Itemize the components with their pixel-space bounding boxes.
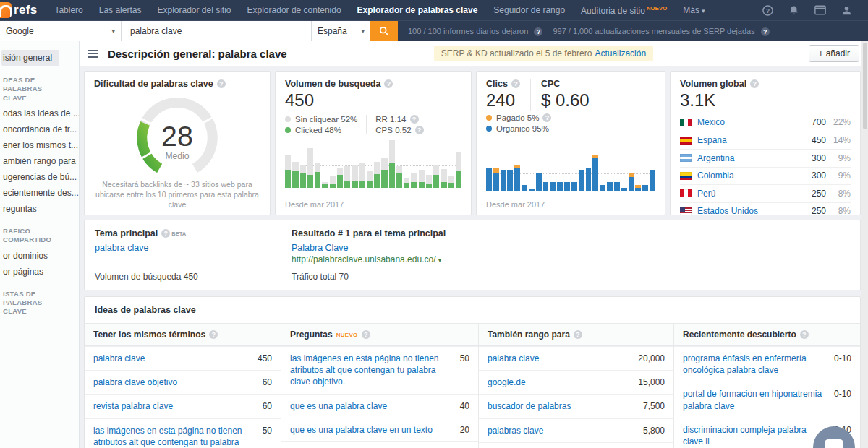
country-link[interactable]: España [697,135,796,145]
keyword-row: que es una palabra clave en un texto20 [281,418,478,441]
sidebar-item-odas-las-ideas-de-[interactable]: odas las ideas de ... [1,105,76,121]
nav-item-explorador-de-contenido[interactable]: Explorador de contenido [247,5,341,15]
keyword-link[interactable]: buscador de palabras [488,400,643,412]
ahrefs-logo[interactable]: refs [0,2,37,18]
sidebar-section-header: ISTAS DE PALABRAS CLAVE [1,290,68,316]
keyword-link[interactable]: discriminacion compleja palabra clave ii [683,424,834,447]
nav-item-las-alertas[interactable]: Las alertas [99,5,142,15]
keyword-search-input[interactable] [122,21,311,41]
keyword-link[interactable]: google.de [488,376,638,388]
sidebar-item-ener-los-mismos-t-[interactable]: ener los mismos t... [1,137,76,153]
user-icon[interactable] [841,5,852,16]
sidebar-item-ecientemente-des-[interactable]: ecientemente des... [1,185,76,201]
keyword-link[interactable]: palabra clave [488,353,638,364]
bell-icon[interactable] [788,5,799,16]
info-icon[interactable]: ? [800,330,809,339]
chart-bar [507,139,513,191]
keyword-link[interactable]: portal de formacion en hiponatremia pala… [683,388,834,411]
ahrefs-logo-icon [0,2,12,18]
menu-toggle-icon[interactable] [88,50,98,58]
country-link[interactable]: Perú [697,189,796,199]
monthly-serp-counter: 997 / 1,000 actualizaciones mensuales de… [553,27,769,36]
nav-item-explorador-del-sitio[interactable]: Explorador del sitio [157,5,231,15]
country-list: Mexico70022%España45014%Argentina3009%Co… [680,113,851,220]
country-link[interactable]: Mexico [697,117,796,127]
keyword-row: que es una palabra clave40 [281,394,478,418]
info-icon[interactable]: ? [750,79,759,88]
browser-icon[interactable] [814,5,826,15]
chart-bar [557,139,563,191]
info-icon[interactable]: ? [209,330,218,339]
search-volume-value: 450 [285,90,461,111]
keyword-link[interactable]: palabra clave [93,353,258,364]
sidebar-item-or-dominios[interactable]: or dominios [1,248,76,264]
info-icon[interactable]: ? [362,330,370,339]
info-icon[interactable]: ? [511,79,520,88]
top-result-url[interactable]: http://palabraclave.unisabana.edu.co/ ▾ [292,254,446,264]
info-icon[interactable]: ? [410,115,419,124]
nav-item-m-s[interactable]: Más▾ [683,5,705,15]
search-button[interactable] [370,21,398,41]
nav-item-explorador-de-palabras-clave[interactable]: Explorador de palabras clave [357,5,478,15]
sidebar-item-oncordancia-de-fr-[interactable]: oncordancia de fr... [1,121,76,137]
keyword-link[interactable]: que es una palabra clave en un texto [290,424,460,436]
chart-bar [352,140,357,188]
top-result-link[interactable]: Palabra Clave [292,243,446,253]
help-icon[interactable]: ? [762,5,773,16]
ar-flag-icon [680,154,692,162]
clicks-chart [486,139,655,191]
country-link[interactable]: Colombia [697,171,796,181]
update-link[interactable]: Actualización [595,48,646,59]
chart-bar [359,140,365,188]
keyword-volume: 450 [258,353,272,364]
page-scrollbar[interactable] [861,41,868,448]
chart-bar [536,139,542,191]
info-icon[interactable]: ? [542,113,551,122]
info-icon[interactable]: ? [574,330,582,339]
parent-keyword-link[interactable]: palabra clave [95,243,271,253]
chart-bar [374,140,380,188]
keyword-link[interactable]: revista palabra clave [93,400,263,412]
chart-bar [285,140,291,188]
keyword-link[interactable]: programa énfasis en enfermería oncológic… [683,353,834,376]
info-icon[interactable]: ? [217,79,226,88]
keyword-link[interactable]: palabras clave [488,425,643,436]
keyword-link[interactable]: palabra clave objetivo [93,376,263,388]
clicked-dot-icon [285,127,291,133]
keyword-link[interactable]: las imágenes en esta página no tienen at… [93,425,263,448]
add-button[interactable]: + añadir [809,45,859,62]
sidebar-item-ambi-n-rango-para[interactable]: ambién rango para [1,153,76,169]
country-volume: 250 [796,189,826,199]
country-volume: 700 [796,117,826,127]
keyword-volume: 60 [263,400,272,412]
info-icon[interactable]: ? [384,79,393,88]
keyword-row: qué es una palabra clave20 [281,441,478,448]
country-select[interactable]: España ▾ [311,21,370,41]
nav-item-seguidor-de-rango[interactable]: Seguidor de rango [493,5,565,15]
chart-since-label: Desde mar 2017 [285,200,344,209]
info-icon[interactable]: ? [161,229,170,238]
keyword-link[interactable]: las imágenes en esta página no tienen at… [290,353,460,388]
chevron-down-icon: ▾ [438,257,442,264]
country-link[interactable]: Estados Unidos [697,206,796,216]
sidebar-item-ugerencias-de-b-[interactable]: ugerencias de bú... [1,169,76,185]
chart-bar [344,140,350,188]
country-percent: 8% [826,206,851,216]
scrollbar-thumb[interactable] [863,43,867,129]
keyword-volume: 20 [460,424,469,436]
nav-item-tablero[interactable]: Tablero [54,5,82,15]
keyword-link[interactable]: que es una palabra clave [290,400,460,412]
nav-item-auditoria-de-sitio[interactable]: Auditoria de sitioNUEVO [581,5,667,16]
country-link[interactable]: Argentina [697,153,796,163]
info-icon[interactable]: ? [761,27,770,36]
svg-text:28: 28 [161,120,193,152]
sidebar-item-isi-n-general[interactable]: isión general [1,50,59,66]
sidebar-item-or-p-ginas[interactable]: or páginas [1,264,76,280]
kd-note: Necesitará backlinks de ~ 33 sitios web … [94,179,260,210]
chart-since-label: Desde mar 2017 [486,200,545,209]
info-icon[interactable]: ? [415,126,424,134]
sidebar-item-reguntas[interactable]: reguntas [1,201,76,217]
topnav-icons: ? [762,0,852,20]
info-icon[interactable]: ? [534,27,542,36]
search-engine-select[interactable]: Google ▾ [0,21,122,41]
